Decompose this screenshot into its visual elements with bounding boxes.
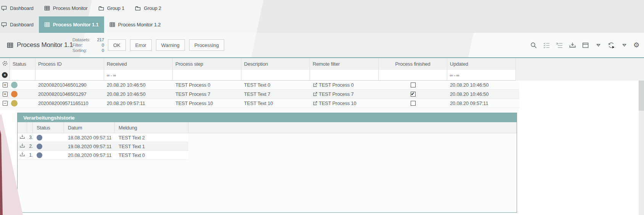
search-icon[interactable] xyxy=(530,41,537,49)
tab-dashboard[interactable]: Dashboard xyxy=(1,0,39,16)
remote-filter-link[interactable]: TEST Process 0 xyxy=(313,82,354,88)
vertical-scrollbar-thumb[interactable] xyxy=(639,81,644,111)
detail-meldung: TEST Text 2 xyxy=(115,133,188,142)
checklist-icon[interactable] xyxy=(543,41,550,49)
detail-header-row: Status Datum Meldung xyxy=(18,122,517,133)
remote-filter-link[interactable]: TEST Process 10 xyxy=(313,100,357,106)
filter-process-finished[interactable] xyxy=(379,70,447,81)
expand-button[interactable]: + xyxy=(3,92,8,97)
expand-button[interactable]: + xyxy=(3,82,8,87)
processing-filter-button[interactable]: Processing xyxy=(189,39,224,51)
playlist-icon[interactable] xyxy=(556,41,563,49)
filter-received[interactable]: ∞ - ∞ xyxy=(104,70,173,81)
detail-column-status[interactable]: Status xyxy=(33,122,64,133)
cell-process-step: TEST Process 0 xyxy=(173,81,241,89)
detail-datum: 19.08.2020 09:57:11 xyxy=(64,142,115,150)
detail-datum: 18.08.2020 09:57:11 xyxy=(64,133,115,142)
clear-filter-icon[interactable]: ✕ xyxy=(2,72,8,78)
folder-icon xyxy=(98,5,104,11)
column-header-remote-filter[interactable]: Remote filter xyxy=(310,58,379,70)
dataset-stats: Datasets:217 Filter:0 Sorting:0 xyxy=(72,37,104,53)
cell-updated: 20.08.20 10:46:50 xyxy=(447,81,516,89)
filter-process-step[interactable] xyxy=(173,70,241,81)
stat-value: 0 xyxy=(102,42,104,48)
cell-description: TEST Text 10 xyxy=(241,99,310,108)
cell-updated: 20.08.20 10:46:50 xyxy=(447,90,516,99)
warning-filter-button[interactable]: Warning xyxy=(156,39,185,51)
download-icon[interactable] xyxy=(19,152,25,158)
ok-filter-button[interactable]: OK xyxy=(108,39,126,51)
table-row[interactable]: + 202008201046501297 20.08.20 10:46:50 T… xyxy=(0,90,519,99)
status-indicator xyxy=(11,82,18,88)
column-header-process-id[interactable]: Process ID xyxy=(35,58,104,70)
remote-filter-link[interactable]: TEST Process 7 xyxy=(313,91,354,97)
filter-status[interactable] xyxy=(10,70,35,81)
grid-icon xyxy=(44,22,50,27)
detail-panel: Verarbeitungshistorie Status Datum Meldu… xyxy=(17,113,517,213)
download-icon[interactable] xyxy=(19,143,25,150)
column-header-process-finished[interactable]: Process finished xyxy=(379,58,447,70)
filter-process-id[interactable] xyxy=(35,70,104,81)
tab-process-monitor-1-2[interactable]: Process Monitor 1.2 xyxy=(104,16,166,33)
column-header-updated[interactable]: Updated xyxy=(447,58,516,70)
detail-row[interactable]: 2. 19.08.2020 09:57:11 TEST Text 1 xyxy=(18,142,188,151)
table-filter-row: ✕ ∞ - ∞ ∞ - ∞ xyxy=(0,70,644,81)
tab-bar-level1: Dashboard Process Monitor Group 1 Group … xyxy=(1,0,167,16)
external-link-icon xyxy=(313,82,318,87)
table-row[interactable]: + 202008201046501290 20.08.20 10:46:50 T… xyxy=(0,81,519,90)
table-header-row: Status Process ID Received Process step … xyxy=(0,58,644,70)
external-link-icon xyxy=(313,92,318,97)
detail-row[interactable]: 1. 20.08.2020 09:57:11 TEST Text 0 xyxy=(18,151,188,160)
error-filter-button[interactable]: Error xyxy=(130,39,152,51)
tab-label: Process Monitor xyxy=(53,5,88,11)
process-monitor-app: Dashboard Process Monitor Group 1 Group … xyxy=(0,0,644,215)
detail-row[interactable]: 3. 18.08.2020 09:57:11 TEST Text 2 xyxy=(18,133,188,142)
page-title: Process Monitor 1.1 xyxy=(7,33,73,57)
cell-process-id: 202008201046501290 xyxy=(35,81,104,89)
stat-label: Datasets: xyxy=(72,37,90,42)
locate-icon[interactable] xyxy=(0,58,10,70)
column-header-description[interactable]: Description xyxy=(241,58,310,70)
tab-group-2[interactable]: Group 2 xyxy=(130,0,167,16)
column-header-received[interactable]: Received xyxy=(104,58,173,70)
gear-icon[interactable]: ⚙ xyxy=(633,42,639,48)
detail-icon-column xyxy=(18,122,27,133)
process-finished-checkbox[interactable] xyxy=(411,101,416,106)
detail-row-number: 1. xyxy=(27,151,33,159)
download-icon[interactable] xyxy=(569,41,576,49)
tab-label: Dashboard xyxy=(10,5,34,11)
table-row-expanded[interactable]: − 2020082009571165110 20.08.20 09:57:11 … xyxy=(0,99,519,108)
download-icon[interactable] xyxy=(19,134,25,141)
cell-updated: 20.08.20 09:57:11 xyxy=(447,99,516,108)
caret-down-icon[interactable] xyxy=(594,41,602,49)
tab-group-1[interactable]: Group 1 xyxy=(93,0,130,16)
cell-process-id: 202008201046501297 xyxy=(35,90,104,99)
external-link-icon xyxy=(313,101,318,106)
status-indicator xyxy=(37,152,42,158)
tab-dashboard-2[interactable]: Dashboard xyxy=(1,16,39,33)
process-finished-checkbox[interactable] xyxy=(411,82,416,87)
filter-updated[interactable]: ∞ - ∞ xyxy=(447,70,516,81)
status-filter-buttons: OK Error Warning Processing xyxy=(108,39,224,51)
status-indicator xyxy=(37,144,42,149)
refresh-run-icon[interactable] xyxy=(607,41,615,49)
caret-down-icon[interactable] xyxy=(620,41,628,49)
tab-bar-level2: Dashboard Process Monitor 1.1 Process Mo… xyxy=(1,16,166,33)
tab-label: Dashboard xyxy=(10,22,34,27)
filter-description[interactable] xyxy=(241,70,310,81)
process-finished-checkbox[interactable] xyxy=(411,92,416,97)
filter-remote-filter[interactable] xyxy=(310,70,379,81)
tab-process-monitor-1-1[interactable]: Process Monitor 1.1 xyxy=(39,16,104,33)
detail-column-meldung[interactable]: Meldung xyxy=(115,122,188,133)
collapse-button[interactable]: − xyxy=(3,101,8,106)
detail-meldung: TEST Text 0 xyxy=(115,151,188,159)
cell-description: TEST Text 7 xyxy=(241,90,310,99)
tab-process-monitor[interactable]: Process Monitor xyxy=(39,0,93,16)
detail-datum: 20.08.2020 09:57:11 xyxy=(64,151,115,159)
column-header-status[interactable]: Status xyxy=(10,58,35,70)
cell-received: 20.08.20 10:46:50 xyxy=(104,81,173,89)
window-icon[interactable] xyxy=(581,41,589,49)
detail-column-datum[interactable]: Datum xyxy=(64,122,115,133)
column-header-process-step[interactable]: Process step xyxy=(173,58,241,70)
status-indicator xyxy=(11,100,18,107)
